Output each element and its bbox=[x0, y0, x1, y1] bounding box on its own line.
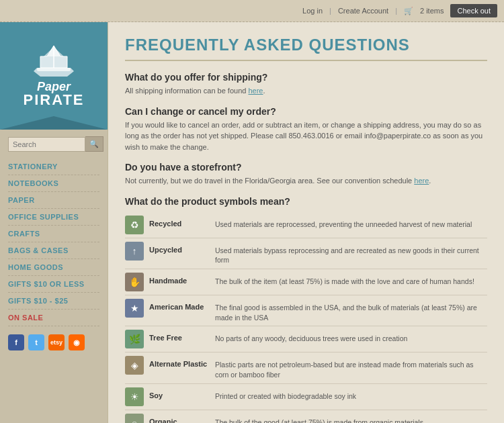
sidebar-item-office-supplies[interactable]: OFFICE SUPPLIES bbox=[8, 209, 99, 226]
search-button[interactable]: 🔍 bbox=[85, 136, 103, 152]
symbol-icon: ◈ bbox=[125, 356, 144, 375]
svg-marker-3 bbox=[34, 68, 74, 77]
search-input[interactable] bbox=[8, 137, 85, 152]
symbol-desc: The bulk of the good (at least 75%) is m… bbox=[215, 414, 487, 423]
symbol-name: Soy bbox=[149, 387, 210, 399]
symbol-row: ◈Alternate PlasticPlastic parts are not … bbox=[125, 352, 487, 383]
faq-question-cancel: Can I change or cancel my order? bbox=[125, 106, 487, 117]
convention-link[interactable]: here bbox=[414, 177, 429, 185]
faq-answer-shipping: All shipping information can be found he… bbox=[125, 85, 487, 97]
sidebar-item-on-sale[interactable]: ON SALE bbox=[8, 310, 99, 326]
logo-area: Paper PIRATE bbox=[0, 22, 108, 130]
faq-shipping: What do you offer for shipping? All ship… bbox=[125, 72, 487, 97]
symbol-desc: The bulk of the item (at least 75%) is m… bbox=[215, 273, 487, 287]
twitter-icon[interactable]: t bbox=[28, 334, 44, 350]
symbol-name: Organic bbox=[149, 414, 210, 423]
sidebar-item-stationery[interactable]: STATIONERY bbox=[8, 158, 99, 175]
sidebar-item-notebooks[interactable]: NOTEBOOKS bbox=[8, 175, 99, 192]
nav-list: STATIONERY NOTEBOOKS PAPER OFFICE SUPPLI… bbox=[0, 158, 108, 326]
sidebar-item-home-goods[interactable]: HOME GOODS bbox=[8, 259, 99, 276]
rss-icon[interactable]: ◉ bbox=[69, 334, 85, 350]
main-layout: Paper PIRATE 🔍 STATIONERY NOTEBOOKS PAPE… bbox=[0, 22, 504, 423]
symbol-name: Tree Free bbox=[149, 330, 210, 342]
symbol-desc: No parts of any woody, deciduous trees w… bbox=[215, 330, 487, 344]
faq-storefront: Do you have a storefront? Not currently,… bbox=[125, 162, 487, 187]
symbol-desc: The final good is assembled in the USA, … bbox=[215, 299, 487, 322]
faq-question-shipping: What do you offer for shipping? bbox=[125, 72, 487, 83]
faq-answer-cancel: If you would like to cancel an order, ad… bbox=[125, 120, 487, 153]
cart-link[interactable]: 2 items bbox=[420, 7, 444, 15]
sidebar-item-paper[interactable]: PAPER bbox=[8, 192, 99, 209]
symbol-icon: ♻ bbox=[125, 216, 144, 234]
symbol-icon: ↑ bbox=[125, 242, 144, 261]
faq-cancel: Can I change or cancel my order? If you … bbox=[125, 106, 487, 153]
symbol-icon: ★ bbox=[125, 299, 144, 318]
main-content: FREQUENTLY ASKED QUESTIONS What do you o… bbox=[108, 22, 504, 423]
symbol-row: ★American MadeThe final good is assemble… bbox=[125, 295, 487, 326]
logo-pirate-text: PIRATE bbox=[23, 93, 84, 107]
symbol-desc: Used materials are reprocessed, preventi… bbox=[215, 216, 487, 230]
symbol-desc: Used materials bypass reprocessing and a… bbox=[215, 242, 487, 265]
symbol-desc: Plastic parts are not petroleum-based bu… bbox=[215, 356, 487, 379]
symbol-row: ♻RecycledUsed materials are reprocessed,… bbox=[125, 212, 487, 238]
sidebar-item-gifts-10[interactable]: GIFTS $10 OR LESS bbox=[8, 276, 99, 293]
social-icons: f t etsy ◉ bbox=[0, 326, 108, 359]
symbol-icon: 🌿 bbox=[125, 330, 144, 348]
symbol-row: ☀SoyPrinted or created with biodegradabl… bbox=[125, 384, 487, 410]
facebook-icon[interactable]: f bbox=[8, 334, 24, 350]
symbol-name: Upcycled bbox=[149, 242, 210, 254]
sidebar-item-bags-cases[interactable]: BAGS & CASES bbox=[8, 242, 99, 259]
symbol-row: ↑UpcycledUsed materials bypass reprocess… bbox=[125, 238, 487, 269]
symbol-row: ✋HandmadeThe bulk of the item (at least … bbox=[125, 269, 487, 295]
symbol-desc: Printed or created with biodegradable so… bbox=[215, 387, 487, 402]
search-area: 🔍 bbox=[0, 130, 108, 158]
sidebar-item-crafts[interactable]: CRAFTS bbox=[8, 226, 99, 242]
top-bar: Log in | Create Account | 🛒 2 items Chec… bbox=[0, 0, 504, 22]
checkout-button[interactable]: Check out bbox=[450, 4, 497, 17]
page-title: FREQUENTLY ASKED QUESTIONS bbox=[125, 36, 487, 61]
faq-symbols: What do the product symbols mean? ♻Recyc… bbox=[125, 196, 487, 424]
symbol-row: 🌿Tree FreeNo parts of any woody, deciduo… bbox=[125, 326, 487, 352]
symbol-name: Handmade bbox=[149, 273, 210, 285]
faq-question-symbols: What do the product symbols mean? bbox=[125, 196, 487, 207]
symbol-icon: ✋ bbox=[125, 273, 144, 291]
faq-question-storefront: Do you have a storefront? bbox=[125, 162, 487, 173]
logo-ship-icon bbox=[30, 44, 77, 78]
sidebar-item-gifts-25[interactable]: GIFTS $10 - $25 bbox=[8, 293, 99, 310]
cart-icon: 🛒 bbox=[404, 7, 413, 15]
symbol-name: Recycled bbox=[149, 216, 210, 228]
create-account-link[interactable]: Create Account bbox=[338, 7, 388, 15]
faq-answer-storefront: Not currently, but we do travel in the F… bbox=[125, 175, 487, 187]
symbol-name: American Made bbox=[149, 299, 210, 311]
login-link[interactable]: Log in bbox=[302, 7, 323, 15]
symbol-name: Alternate Plastic bbox=[149, 356, 210, 368]
symbol-icon: ○ bbox=[125, 414, 144, 423]
symbol-icon: ☀ bbox=[125, 387, 144, 406]
shipping-link[interactable]: here bbox=[248, 87, 263, 95]
sidebar: Paper PIRATE 🔍 STATIONERY NOTEBOOKS PAPE… bbox=[0, 22, 108, 423]
etsy-icon[interactable]: etsy bbox=[48, 334, 65, 350]
symbol-row: ○OrganicThe bulk of the good (at least 7… bbox=[125, 410, 487, 423]
symbols-table: ♻RecycledUsed materials are reprocessed,… bbox=[125, 212, 487, 424]
